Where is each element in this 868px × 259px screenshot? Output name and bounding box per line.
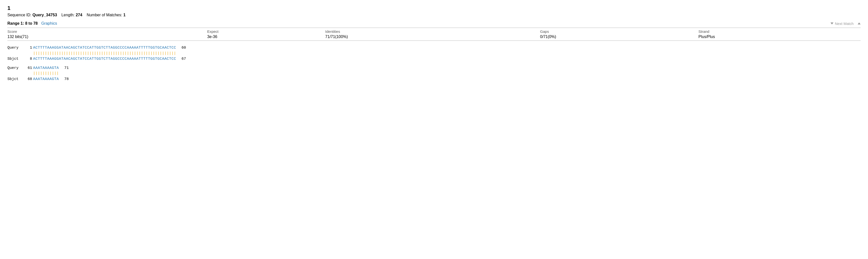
query-seq-1: ACTTTTAAAGGATAACAGCTATCCATTGGTCTTAGGCCCC… [33, 45, 176, 51]
triangle-down-icon [831, 23, 833, 24]
alignment-group-2: Query 61 AAATAAAAGTA 71 ||||||||||| Sbjc… [7, 65, 861, 82]
stats-header-row: Score Expect Identities Gaps Strand [7, 28, 861, 34]
sbjct-seq-2: AAATAAAAGTA [33, 77, 59, 82]
val-expect: 3e-36 [207, 34, 325, 41]
stats-value-row: 132 bits(71) 3e-36 71/71(100%) 0/71(0%) … [7, 34, 861, 41]
length-value: 274 [76, 13, 83, 17]
alignment-group-1: Query 1 ACTTTTAAAGGATAACAGCTATCCATTGGTCT… [7, 45, 861, 62]
col-strand: Strand [699, 28, 861, 34]
range-line: Range 1: 8 to 78 Graphics Next Match [7, 21, 861, 26]
col-expect: Expect [207, 28, 325, 34]
query-label-1: Query [7, 45, 22, 51]
triangle-up-icon [858, 23, 861, 24]
match-row-1: ||||||||||||||||||||||||||||||||||||||||… [7, 51, 861, 57]
val-score: 132 bits(71) [7, 34, 207, 41]
col-identities: Identities [325, 28, 540, 34]
matches-label: Number of Matches: [87, 13, 122, 17]
length-label: Length: [61, 13, 74, 17]
sbjct-start-2: 68 [22, 77, 32, 82]
query-end-2: 71 [60, 65, 70, 71]
match-seq-2: ||||||||||| [33, 71, 59, 77]
match-num-spacer-2 [22, 71, 32, 77]
next-match-link[interactable]: Next Match [835, 22, 854, 26]
query-end-1: 60 [177, 45, 187, 51]
val-identities: 71/71(100%) [325, 34, 540, 41]
sbjct-label-2: Sbjct [7, 77, 22, 82]
match-spacer-2 [7, 71, 22, 77]
result-number: 1 [7, 5, 861, 11]
match-num-spacer-1 [22, 51, 32, 57]
val-strand: Plus/Plus [699, 34, 861, 41]
query-start-2: 61 [22, 65, 32, 71]
next-match-area: Next Match [831, 21, 861, 26]
stats-table: Score Expect Identities Gaps Strand 132 … [7, 28, 861, 41]
sbjct-row-2: Sbjct 68 AAATAAAAGTA 78 [7, 77, 861, 82]
range-left: Range 1: 8 to 78 Graphics [7, 21, 57, 26]
val-gaps: 0/71(0%) [540, 34, 699, 41]
alignment-block-1: Query 1 ACTTTTAAAGGATAACAGCTATCCATTGGTCT… [7, 45, 861, 82]
match-row-2: ||||||||||| [7, 71, 861, 77]
sbjct-label-1: Sbjct [7, 56, 22, 62]
sbjct-start-1: 8 [22, 56, 32, 62]
query-row-1: Query 1 ACTTTTAAAGGATAACAGCTATCCATTGGTCT… [7, 45, 861, 51]
sbjct-end-1: 67 [177, 56, 187, 62]
graphics-link[interactable]: Graphics [41, 21, 57, 25]
match-spacer-1 [7, 51, 22, 57]
col-gaps: Gaps [540, 28, 699, 34]
matches-value: 1 [123, 13, 126, 17]
match-seq-1: ||||||||||||||||||||||||||||||||||||||||… [33, 51, 176, 57]
sbjct-seq-1: ACTTTTAAAGGATAACAGCTATCCATTGGTCTTAGGCCCC… [33, 56, 176, 62]
sbjct-end-2: 78 [60, 77, 70, 82]
range-text: Range 1: 8 to 78 [7, 21, 38, 25]
query-row-2: Query 61 AAATAAAAGTA 71 [7, 65, 861, 71]
sequence-info: Sequence ID: Query_34753 Length: 274 Num… [7, 13, 861, 17]
query-seq-2: AAATAAAAGTA [33, 65, 59, 71]
query-label-2: Query [7, 65, 22, 71]
sbjct-row-1: Sbjct 8 ACTTTTAAAGGATAACAGCTATCCATTGGTCT… [7, 56, 861, 62]
query-start-1: 1 [22, 45, 32, 51]
sequence-id-label: Sequence ID: [7, 13, 31, 17]
col-score: Score [7, 28, 207, 34]
sequence-id-value: Query_34753 [32, 13, 57, 17]
